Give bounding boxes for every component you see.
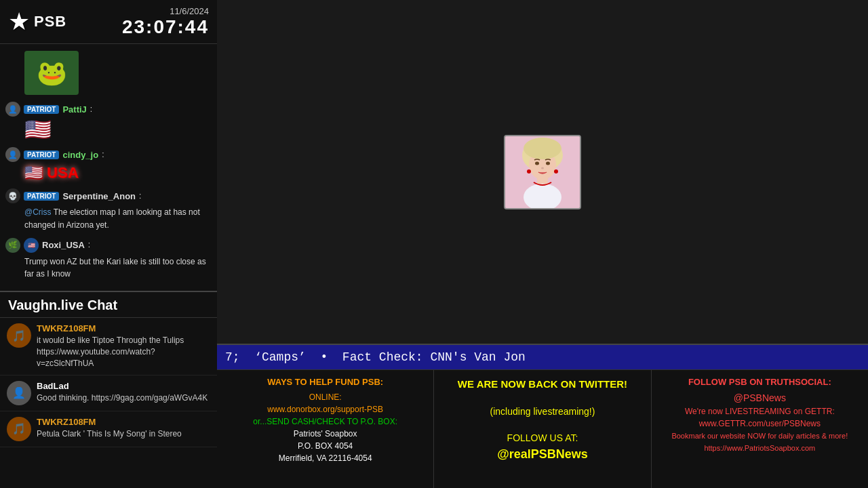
svg-point-5 bbox=[524, 138, 561, 159]
fund-panel-text: ONLINE: www.donorbox.org/support-PSB or.… bbox=[226, 391, 424, 464]
vaughn-content: BadLad Good thinking. https://9gag.com/g… bbox=[37, 381, 210, 404]
svg-point-6 bbox=[535, 161, 539, 165]
twitter-line2: (including livestreaming!) bbox=[490, 406, 595, 417]
flag-emoji: 🇺🇸 bbox=[24, 119, 212, 140]
avatar: 👤 bbox=[5, 147, 20, 162]
chat-message-header: 💀 PATRIOT Serpentine_Anon : bbox=[5, 188, 212, 203]
chat-message: 👤 PATRIOT cindy_jo : 🇺🇸 USA bbox=[5, 147, 212, 182]
chat-body: 🇺🇸 USA bbox=[5, 164, 212, 182]
vaughn-username: BadLad bbox=[37, 381, 210, 391]
vaughn-text: Petula Clark ' This Is My Song' in Stere… bbox=[37, 428, 210, 440]
avatar: 👤 bbox=[5, 102, 20, 117]
colon: : bbox=[90, 104, 92, 115]
username: Serpentine_Anon bbox=[62, 191, 136, 201]
po-box: P.O. BOX 4054 bbox=[298, 441, 353, 451]
vaughn-content: TWKRZ108FM Petula Clark ' This Is My Son… bbox=[37, 417, 210, 440]
vaughn-text: it would be like Tiptoe Through the Tuli… bbox=[37, 335, 210, 369]
logo-text: PSB bbox=[34, 13, 66, 30]
colon: : bbox=[102, 149, 104, 161]
org-name: Patriots' Soapbox bbox=[294, 429, 357, 439]
avatar2: 🇺🇸 bbox=[24, 238, 39, 253]
svg-point-7 bbox=[546, 161, 550, 165]
fund-panel: WAYS TO HELP FUND PSB: ONLINE: www.donor… bbox=[217, 370, 434, 488]
vaughn-text: Good thinking. https://9gag.com/gag/aWGv… bbox=[37, 392, 210, 404]
truthsocial-panel: FOLLOW PSB ON TRUTHSOCIAL: @PSBNews We'r… bbox=[652, 370, 868, 488]
address: Merrifield, VA 22116-4054 bbox=[279, 453, 372, 463]
twitter-panel-text: WE ARE NOW BACK ON TWITTER! (including l… bbox=[443, 377, 641, 464]
pepe-avatar: 🐸 bbox=[24, 51, 79, 95]
usa-text: 🇺🇸 USA bbox=[24, 164, 79, 181]
chat-text: Trump won AZ but the Kari lake is still … bbox=[24, 257, 206, 279]
chat-message: 🌿 🇺🇸 Roxi_USA : Trump won AZ but the Kar… bbox=[5, 238, 212, 281]
vaughn-chat-header: Vaughn.live Chat bbox=[0, 292, 217, 318]
vaughn-message: 👤 BadLad Good thinking. https://9gag.com… bbox=[0, 375, 217, 411]
datetime-area: 11/6/2024 23:07:44 bbox=[122, 6, 209, 38]
ticker-bar: 7; ‘Camps’ • Fact Check: CNN's Van Jon bbox=[217, 344, 868, 369]
twitter-line1: WE ARE NOW BACK ON TWITTER! bbox=[458, 378, 627, 390]
svg-point-9 bbox=[527, 169, 531, 174]
patriot-badge: PATRIOT bbox=[24, 105, 59, 114]
vaughn-message: 🎵 TWKRZ108FM Petula Clark ' This Is My S… bbox=[0, 411, 217, 447]
psb-chat: 🐸 👤 PATRIOT PattiJ : 🇺🇸 👤 PATRIOT cindy_… bbox=[0, 44, 217, 292]
gettr-url: www.GETTR.com/user/PSBNews bbox=[699, 419, 821, 428]
svg-point-8 bbox=[541, 167, 544, 169]
website-url: https://www.PatriotsSoapbox.com bbox=[704, 444, 815, 452]
chat-body: 🇺🇸 bbox=[5, 119, 212, 140]
vaughn-section: Vaughn.live Chat 🎵 TWKRZ108FM it would b… bbox=[0, 292, 217, 488]
vaughn-avatar: 🎵 bbox=[7, 323, 31, 348]
psbnews-handle: @PSBNews bbox=[734, 392, 786, 403]
username: cindy_jo bbox=[62, 150, 98, 160]
ticker-text: 7; ‘Camps’ • Fact Check: CNN's Van Jon bbox=[225, 350, 526, 364]
chat-message-header: 👤 PATRIOT PattiJ : bbox=[5, 102, 212, 117]
vaughn-username: TWKRZ108FM bbox=[37, 323, 210, 333]
colon: : bbox=[88, 239, 90, 251]
bottom-panels: WAYS TO HELP FUND PSB: ONLINE: www.donor… bbox=[217, 369, 868, 488]
patriot-badge: PATRIOT bbox=[24, 192, 59, 201]
sidebar: ★ PSB 11/6/2024 23:07:44 🐸 👤 PATRIOT Pat… bbox=[0, 0, 217, 488]
vaughn-username: TWKRZ108FM bbox=[37, 417, 210, 427]
vaughn-avatar: 👤 bbox=[7, 381, 31, 405]
vaughn-avatar: 🎵 bbox=[7, 417, 31, 441]
truthsocial-text: @PSBNews We're now LIVESTREAMING on GETT… bbox=[661, 391, 859, 454]
svg-point-10 bbox=[554, 169, 558, 174]
twitter-line3: FOLLOW US AT: bbox=[507, 432, 578, 443]
chat-message: 💀 PATRIOT Serpentine_Anon : @Criss The e… bbox=[5, 188, 212, 231]
vaughn-content: TWKRZ108FM it would be like Tiptoe Throu… bbox=[37, 323, 210, 369]
username: PattiJ bbox=[62, 104, 86, 115]
vaughn-message: 🎵 TWKRZ108FM it would be like Tiptoe Thr… bbox=[0, 318, 217, 375]
chat-body: Trump won AZ but the Kari lake is still … bbox=[5, 255, 212, 281]
username: Roxi_USA bbox=[42, 240, 85, 250]
date-display: 11/6/2024 bbox=[122, 6, 209, 16]
video-area bbox=[217, 0, 868, 344]
logo-area: ★ PSB bbox=[8, 7, 66, 36]
twitter-handle: @realPSBNews bbox=[497, 447, 588, 461]
patriot-badge: PATRIOT bbox=[24, 150, 59, 159]
avatar: 🌿 bbox=[5, 238, 20, 253]
chat-message: 🐸 bbox=[5, 51, 212, 95]
chat-message-header: 🌿 🇺🇸 Roxi_USA : bbox=[5, 238, 212, 253]
fund-panel-title: WAYS TO HELP FUND PSB: bbox=[226, 377, 424, 387]
gettr-line: We're now LIVESTREAMING on GETTR: bbox=[685, 407, 835, 416]
header-bar: ★ PSB 11/6/2024 23:07:44 bbox=[0, 0, 217, 44]
chat-message: 👤 PATRIOT PattiJ : 🇺🇸 bbox=[5, 102, 212, 140]
chat-message-header: 👤 PATRIOT cindy_jo : bbox=[5, 147, 212, 162]
truthsocial-title: FOLLOW PSB ON TRUTHSOCIAL: bbox=[661, 377, 859, 387]
send-cash-label: or...SEND CASH/CHECK TO P.O. BOX: bbox=[253, 417, 397, 426]
psb-star-icon: ★ bbox=[8, 7, 30, 36]
donorbox-url: www.donorbox.org/support-PSB bbox=[267, 405, 383, 414]
chat-body: @Criss The election map I am looking at … bbox=[5, 205, 212, 231]
twitter-panel: WE ARE NOW BACK ON TWITTER! (including l… bbox=[434, 370, 651, 488]
portrait-svg bbox=[505, 136, 580, 208]
bookmark-line: Bookmark our website NOW for daily artic… bbox=[671, 432, 848, 440]
chat-text: @Criss The election map I am looking at … bbox=[24, 207, 200, 230]
time-display: 23:07:44 bbox=[122, 16, 209, 38]
main-area: 7; ‘Camps’ • Fact Check: CNN's Van Jon W… bbox=[217, 0, 868, 488]
colon: : bbox=[139, 190, 141, 202]
online-label: ONLINE: bbox=[309, 392, 342, 402]
mention: @Criss bbox=[24, 207, 52, 217]
video-thumbnail bbox=[504, 135, 581, 209]
avatar: 💀 bbox=[5, 188, 20, 203]
